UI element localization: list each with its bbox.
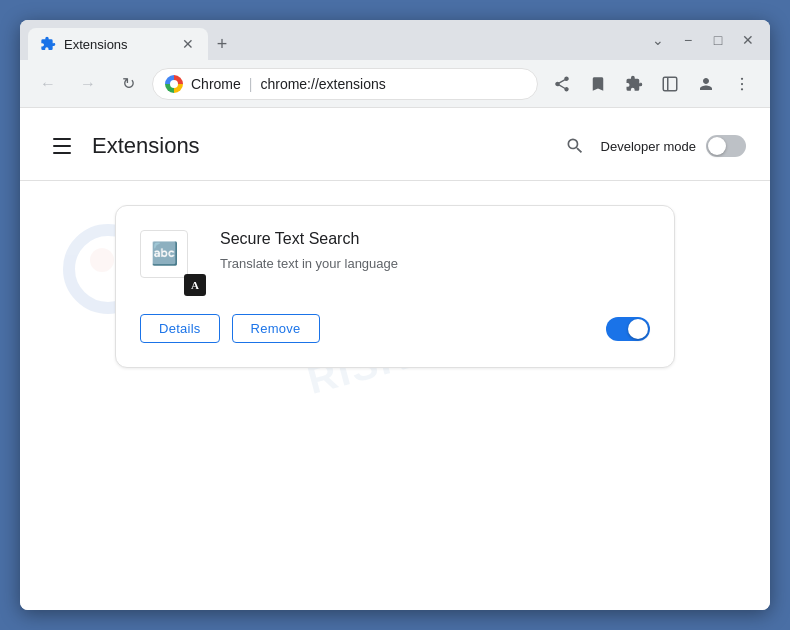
- toggle-knob: [708, 137, 726, 155]
- tab-extension-icon: [40, 36, 56, 52]
- hamburger-line-3: [53, 152, 71, 154]
- sidebar-button[interactable]: [654, 68, 686, 100]
- chrome-logo-icon: [165, 75, 183, 93]
- close-button[interactable]: ✕: [734, 26, 762, 54]
- browser-window: Extensions ✕ + ⌄ − □ ✕ ← → ↻ Chrome | ch…: [20, 20, 770, 610]
- extension-name: Secure Text Search: [220, 230, 650, 248]
- toolbar: ← → ↻ Chrome | chrome://extensions: [20, 60, 770, 108]
- extensions-header: Extensions Developer mode: [20, 108, 770, 181]
- extension-actions: Details Remove: [140, 314, 650, 343]
- active-tab[interactable]: Extensions ✕: [28, 28, 208, 60]
- svg-rect-0: [663, 77, 677, 91]
- extension-icon-bg: 🔤: [140, 230, 188, 278]
- profile-button[interactable]: [690, 68, 722, 100]
- developer-mode-label: Developer mode: [601, 139, 696, 154]
- watermark-area: PC RISK.COM 🔤 A Secure Text Search: [20, 181, 770, 392]
- address-url: chrome://extensions: [260, 76, 385, 92]
- remove-button[interactable]: Remove: [232, 314, 320, 343]
- bookmark-button[interactable]: [582, 68, 614, 100]
- extension-icon-badge: A: [184, 274, 206, 296]
- extension-icon-container: 🔤 A: [140, 230, 200, 290]
- window-controls: ⌄ − □ ✕: [644, 26, 762, 54]
- svg-point-2: [741, 77, 743, 79]
- share-button[interactable]: [546, 68, 578, 100]
- hamburger-line-1: [53, 138, 71, 140]
- extension-card: 🔤 A Secure Text Search Translate text in…: [115, 205, 675, 368]
- address-separator: |: [249, 76, 253, 92]
- dropdown-button[interactable]: ⌄: [644, 26, 672, 54]
- tab-title: Extensions: [64, 37, 128, 52]
- forward-button[interactable]: →: [72, 68, 104, 100]
- site-name: Chrome: [191, 76, 241, 92]
- maximize-button[interactable]: □: [704, 26, 732, 54]
- minimize-button[interactable]: −: [674, 26, 702, 54]
- address-text: Chrome | chrome://extensions: [191, 76, 386, 92]
- extension-icon-symbol: 🔤: [151, 241, 178, 267]
- extension-description: Translate text in your language: [220, 254, 650, 274]
- page-content: Extensions Developer mode PC RISK: [20, 108, 770, 610]
- title-bar: Extensions ✕ + ⌄ − □ ✕: [20, 20, 770, 60]
- extension-toggle-knob: [628, 319, 648, 339]
- developer-mode-toggle[interactable]: [706, 135, 746, 157]
- extensions-button[interactable]: [618, 68, 650, 100]
- svg-point-4: [741, 88, 743, 90]
- toolbar-actions: [546, 68, 758, 100]
- back-button[interactable]: ←: [32, 68, 64, 100]
- tab-close-button[interactable]: ✕: [180, 36, 196, 52]
- new-tab-button[interactable]: +: [208, 30, 236, 58]
- extension-toggle-container: [606, 317, 650, 341]
- page-title: Extensions: [92, 133, 200, 159]
- reload-button[interactable]: ↻: [112, 68, 144, 100]
- svg-point-3: [741, 82, 743, 84]
- tab-strip: Extensions ✕ +: [28, 28, 644, 60]
- developer-mode-section: Developer mode: [559, 130, 746, 162]
- extension-enabled-toggle[interactable]: [606, 317, 650, 341]
- hamburger-menu-button[interactable]: [44, 128, 80, 164]
- menu-button[interactable]: [726, 68, 758, 100]
- extension-text: Secure Text Search Translate text in you…: [220, 230, 650, 274]
- address-bar[interactable]: Chrome | chrome://extensions: [152, 68, 538, 100]
- search-button[interactable]: [559, 130, 591, 162]
- details-button[interactable]: Details: [140, 314, 220, 343]
- extension-info: 🔤 A Secure Text Search Translate text in…: [140, 230, 650, 290]
- extensions-list: 🔤 A Secure Text Search Translate text in…: [20, 181, 770, 392]
- hamburger-line-2: [53, 145, 71, 147]
